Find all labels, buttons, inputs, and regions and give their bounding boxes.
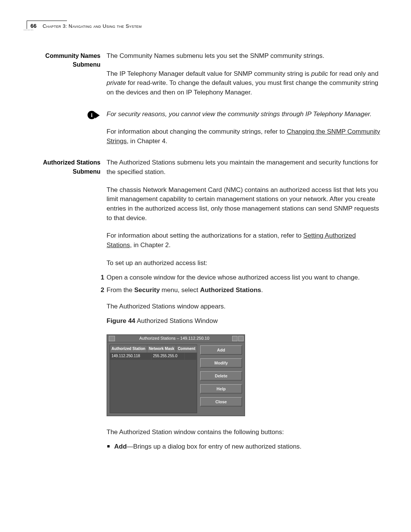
header-rule — [27, 21, 67, 21]
auth-p4: To set up an authorized access list: — [107, 259, 381, 268]
auth-p1: The Authorized Stations submenu lets you… — [107, 158, 381, 177]
figure-close-button: Close — [200, 397, 242, 406]
col-auth-station: Authorized Station — [110, 345, 147, 353]
community-p2: The IP Telephony Manager default value f… — [107, 69, 381, 97]
col-network-mask: Network Mask — [147, 345, 176, 353]
step-2: 2 From the Security menu, select Authori… — [99, 286, 381, 295]
cell-comment — [185, 353, 197, 360]
figure-help-button: Help — [200, 384, 242, 393]
figure-modify-button: Modify — [200, 358, 242, 367]
figure-add-button: Add — [200, 345, 242, 355]
minimize-icon — [232, 336, 237, 341]
maximize-icon — [238, 336, 244, 341]
cell-mask: 255.255.255.0 — [151, 353, 185, 360]
auth-p2: The chassis Network Management Card (NMC… — [107, 185, 381, 223]
section-heading-auth: Authorized Stations Submenu — [30, 158, 107, 176]
figure-table: Authorized Station Network Mask Comment … — [110, 345, 197, 413]
col-comment: Comment — [176, 345, 197, 353]
side-line1: Community Names — [30, 51, 100, 60]
community-note: For security reasons, you cannot view th… — [107, 110, 381, 119]
side-line2: Submenu — [30, 60, 100, 69]
bullet-add: Add—Brings up a dialog box for entry of … — [106, 442, 381, 452]
figure-window: Authorized Stations – 149.112.250.10 Aut… — [107, 334, 245, 416]
chapter-label: Chapter 3: Navigating and Using the Syst… — [43, 23, 142, 29]
community-p1: The Community Names submenu lets you set… — [107, 51, 381, 61]
figure-title: Authorized Stations – 149.112.250.10 — [116, 335, 232, 342]
page-number: 66 — [30, 22, 37, 30]
chapter-line: Chapter 3: Navigating and Using the Syst… — [43, 23, 142, 30]
side-line1-auth: Authorized Stations — [30, 158, 100, 167]
figure-titlebar: Authorized Stations – 149.112.250.10 — [107, 335, 244, 342]
info-icon-container: i — [30, 110, 107, 123]
step-1: 1 Open a console window for the device w… — [99, 273, 381, 283]
auth-p3: For information about setting the author… — [107, 231, 381, 250]
auth-p5: The Authorized Stations window appears. — [107, 302, 381, 312]
figure-caption: Figure 44 Authorized Stations Window — [107, 316, 381, 326]
cell-station: 149.112.250.118 — [110, 353, 151, 360]
community-p3: For information about changing the commu… — [107, 127, 381, 146]
side-line2-auth: Submenu — [30, 167, 100, 176]
auth-p6: The Authorized Station window contains t… — [107, 428, 381, 437]
table-row: 149.112.250.118 255.255.255.0 — [110, 353, 197, 360]
info-icon: i — [88, 110, 100, 121]
section-heading-community: Community Names Submenu — [30, 51, 107, 69]
figure-delete-button: Delete — [200, 371, 242, 380]
system-menu-icon — [109, 336, 115, 341]
